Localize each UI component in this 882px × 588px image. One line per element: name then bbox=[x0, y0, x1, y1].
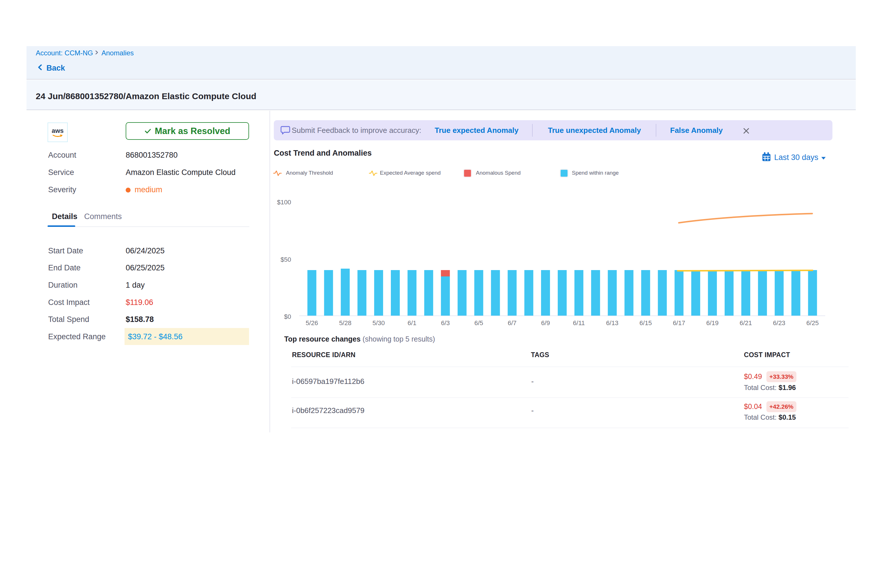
svg-text:$50: $50 bbox=[280, 256, 291, 263]
svg-text:6/17: 6/17 bbox=[673, 320, 685, 327]
svg-text:6/9: 6/9 bbox=[541, 320, 550, 327]
svg-text:aws: aws bbox=[52, 127, 64, 134]
svg-text:$0: $0 bbox=[284, 313, 291, 320]
svg-text:$100: $100 bbox=[277, 199, 291, 206]
svg-text:6/5: 6/5 bbox=[474, 320, 483, 327]
svg-text:6/3: 6/3 bbox=[441, 320, 450, 327]
svg-text:6/15: 6/15 bbox=[640, 320, 652, 327]
svg-text:6/7: 6/7 bbox=[508, 320, 517, 327]
svg-text:6/21: 6/21 bbox=[740, 320, 752, 327]
svg-text:6/25: 6/25 bbox=[807, 320, 819, 327]
svg-text:5/26: 5/26 bbox=[306, 320, 318, 327]
svg-text:6/13: 6/13 bbox=[606, 320, 618, 327]
svg-text:5/30: 5/30 bbox=[372, 320, 385, 327]
svg-text:5/28: 5/28 bbox=[339, 320, 351, 327]
svg-text:6/1: 6/1 bbox=[408, 320, 417, 327]
svg-text:6/19: 6/19 bbox=[706, 320, 718, 327]
svg-text:6/11: 6/11 bbox=[573, 320, 585, 327]
svg-text:6/23: 6/23 bbox=[773, 320, 786, 327]
